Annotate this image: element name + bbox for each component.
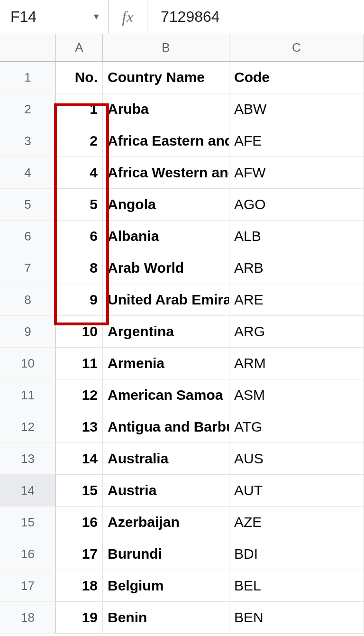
row-header-4[interactable]: 4 [0, 157, 56, 189]
cell-A5[interactable]: 5 [56, 189, 103, 221]
cell-B1[interactable]: Country Name [103, 62, 229, 93]
cell-A2[interactable]: 1 [56, 93, 103, 125]
fx-label[interactable]: fx [109, 0, 147, 34]
cell-A12[interactable]: 13 [56, 411, 103, 443]
row-6: 6AlbaniaALB [56, 221, 364, 252]
cell-A14[interactable]: 15 [56, 475, 103, 507]
row-header-1[interactable]: 1 [0, 62, 56, 93]
cell-B6[interactable]: Albania [103, 221, 229, 252]
column-header-B[interactable]: B [103, 34, 229, 62]
cell-B12[interactable]: Antigua and Barbuda [103, 411, 229, 443]
cell-C6[interactable]: ALB [229, 221, 364, 252]
row-header-15[interactable]: 15 [0, 507, 56, 538]
row-header-5[interactable]: 5 [0, 189, 56, 221]
cell-B11[interactable]: American Samoa [103, 379, 229, 411]
row-5: 5AngolaAGO [56, 189, 364, 221]
cell-C3[interactable]: AFE [229, 125, 364, 157]
cell-B3[interactable]: Africa Eastern and Southern [103, 125, 229, 157]
fx-icon: fx [122, 8, 134, 26]
cell-C11[interactable]: ASM [229, 379, 364, 411]
row-13: 14AustraliaAUS [56, 443, 364, 475]
row-9: 10ArgentinaARG [56, 316, 364, 348]
cell-A1[interactable]: No. [56, 62, 103, 93]
formula-input[interactable] [147, 0, 364, 34]
cell-A18[interactable]: 19 [56, 602, 103, 634]
cell-C18[interactable]: BEN [229, 602, 364, 634]
row-header-7[interactable]: 7 [0, 252, 56, 284]
formula-bar: F14 ▼ fx [0, 0, 364, 34]
cell-C10[interactable]: ARM [229, 348, 364, 379]
row-17: 18BelgiumBEL [56, 570, 364, 602]
cell-B13[interactable]: Australia [103, 443, 229, 475]
row-16: 17BurundiBDI [56, 538, 364, 570]
cell-B5[interactable]: Angola [103, 189, 229, 221]
cell-A17[interactable]: 18 [56, 570, 103, 602]
cell-C2[interactable]: ABW [229, 93, 364, 125]
row-header-9[interactable]: 9 [0, 316, 56, 348]
row-header-16[interactable]: 16 [0, 538, 56, 570]
cell-C13[interactable]: AUS [229, 443, 364, 475]
name-box[interactable]: F14 ▼ [0, 0, 109, 34]
cell-B10[interactable]: Armenia [103, 348, 229, 379]
name-box-value: F14 [10, 8, 36, 26]
cell-A11[interactable]: 12 [56, 379, 103, 411]
column-header-A[interactable]: A [56, 34, 103, 62]
row-header-10[interactable]: 10 [0, 348, 56, 379]
cell-B16[interactable]: Burundi [103, 538, 229, 570]
cell-C1[interactable]: Code [229, 62, 364, 93]
row-header-2[interactable]: 2 [0, 93, 56, 125]
row-18: 19BeninBEN [56, 602, 364, 634]
cell-A6[interactable]: 6 [56, 221, 103, 252]
row-11: 12American SamoaASM [56, 379, 364, 411]
select-all-corner[interactable] [0, 34, 56, 62]
cell-A8[interactable]: 9 [56, 284, 103, 316]
cell-B2[interactable]: Aruba [103, 93, 229, 125]
cell-C15[interactable]: AZE [229, 507, 364, 538]
cell-C5[interactable]: AGO [229, 189, 364, 221]
cell-C16[interactable]: BDI [229, 538, 364, 570]
name-box-dropdown-icon[interactable]: ▼ [92, 12, 100, 22]
row-1: No.Country NameCode [56, 62, 364, 93]
cell-A3[interactable]: 2 [56, 125, 103, 157]
row-header-13[interactable]: 13 [0, 443, 56, 475]
row-2: 1ArubaABW [56, 93, 364, 125]
row-header-12[interactable]: 12 [0, 411, 56, 443]
cell-B9[interactable]: Argentina [103, 316, 229, 348]
row-headers: 123456789101112131415161718 [0, 62, 56, 634]
cell-C17[interactable]: BEL [229, 570, 364, 602]
row-header-3[interactable]: 3 [0, 125, 56, 157]
row-15: 16AzerbaijanAZE [56, 507, 364, 538]
cell-A7[interactable]: 8 [56, 252, 103, 284]
column-headers: ABC [56, 34, 364, 62]
cell-B14[interactable]: Austria [103, 475, 229, 507]
cell-A10[interactable]: 11 [56, 348, 103, 379]
cell-C9[interactable]: ARG [229, 316, 364, 348]
column-header-C[interactable]: C [229, 34, 364, 62]
row-10: 11ArmeniaARM [56, 348, 364, 379]
cell-C14[interactable]: AUT [229, 475, 364, 507]
row-header-11[interactable]: 11 [0, 379, 56, 411]
cell-B15[interactable]: Azerbaijan [103, 507, 229, 538]
cell-C12[interactable]: ATG [229, 411, 364, 443]
row-7: 8Arab WorldARB [56, 252, 364, 284]
cell-C4[interactable]: AFW [229, 157, 364, 189]
row-header-14[interactable]: 14 [0, 475, 56, 507]
cell-B8[interactable]: United Arab Emirates [103, 284, 229, 316]
row-header-17[interactable]: 17 [0, 570, 56, 602]
cell-B18[interactable]: Benin [103, 602, 229, 634]
cell-C7[interactable]: ARB [229, 252, 364, 284]
cell-A16[interactable]: 17 [56, 538, 103, 570]
cell-C8[interactable]: ARE [229, 284, 364, 316]
row-8: 9United Arab EmiratesARE [56, 284, 364, 316]
cells-area: No.Country NameCode1ArubaABW2Africa East… [56, 62, 364, 634]
row-header-18[interactable]: 18 [0, 602, 56, 634]
cell-B4[interactable]: Africa Western and Central [103, 157, 229, 189]
row-header-6[interactable]: 6 [0, 221, 56, 252]
cell-A4[interactable]: 4 [56, 157, 103, 189]
cell-A15[interactable]: 16 [56, 507, 103, 538]
cell-B17[interactable]: Belgium [103, 570, 229, 602]
cell-B7[interactable]: Arab World [103, 252, 229, 284]
row-header-8[interactable]: 8 [0, 284, 56, 316]
cell-A13[interactable]: 14 [56, 443, 103, 475]
cell-A9[interactable]: 10 [56, 316, 103, 348]
